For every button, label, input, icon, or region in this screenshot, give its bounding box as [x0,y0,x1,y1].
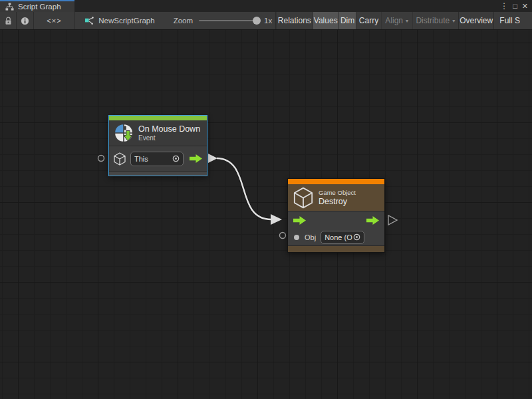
zoom-slider[interactable] [199,17,260,25]
lock-button[interactable] [0,12,16,29]
toggle-values[interactable]: Values [313,12,338,29]
script-graph-window: Script Graph ⋮ □ ✕ [0,0,532,399]
node-accent-bar [109,116,207,120]
object-picker-icon[interactable] [172,155,180,162]
wire-end-arrowhead [271,214,282,225]
value-port-dot[interactable] [293,234,300,241]
node-destroy[interactable]: Game Object Destroy [287,178,385,253]
toggle-carry[interactable]: Carry [356,12,381,29]
window-controls: ⋮ □ ✕ [500,0,532,12]
maximize-icon[interactable]: □ [513,3,517,10]
node-header[interactable]: On Mouse Down Event [109,120,207,146]
zoom-control: Zoom 1x [174,12,276,29]
button-fullscreen[interactable]: Full S [494,12,532,29]
connections-overlay [0,30,532,399]
lock-icon [5,17,12,25]
wire-start-arrowhead [208,154,217,163]
node-accent-bar [288,179,384,184]
chevron-down-icon: ▾ [406,18,408,24]
node-title: Destroy [319,197,356,207]
connection-wire[interactable] [208,154,282,225]
game-object-cube-icon [114,152,126,166]
toggle-relations-label: Relations [278,16,311,25]
graph-name: NewScriptGraph [98,17,154,25]
tab-bar: Script Graph ⋮ □ ✕ [0,0,532,12]
code-icon: <×> [47,17,61,25]
chevron-down-icon: ▾ [452,18,455,24]
node-on-mouse-down[interactable]: On Mouse Down Event This [108,115,207,176]
info-button[interactable] [17,12,33,29]
script-graph-tab-icon [5,3,14,11]
trigger-output-port[interactable] [366,216,379,225]
game-object-cube-icon [293,187,313,209]
button-fullscreen-label: Full S [499,16,520,25]
object-picker-icon[interactable] [353,233,360,241]
dropdown-align[interactable]: Align ▾ [381,12,412,29]
info-icon [21,17,29,25]
button-overview-label: Overview [460,16,493,25]
node-subtitle: Event [138,134,200,142]
zoom-slider-knob[interactable] [253,17,261,25]
trigger-output-port[interactable] [190,154,202,163]
window-menu-icon[interactable]: ⋮ [500,2,508,10]
target-input-field[interactable]: This [130,152,184,166]
node-header-text: Game Object Destroy [319,189,356,207]
zoom-label: Zoom [174,17,193,25]
node-category: Game Object [319,189,356,197]
close-icon[interactable]: ✕ [522,3,528,10]
toggle-carry-label: Carry [359,16,378,25]
zoom-slider-track[interactable] [199,20,260,21]
node-body: This [109,146,207,171]
tab-title: Script Graph [18,3,61,11]
graph-asset-icon [84,16,94,26]
obj-input-label: Obj [305,233,316,241]
node-header-text: On Mouse Down Event [138,124,200,142]
node-footer [288,245,384,252]
node-body: Obj None (O [288,211,384,245]
omd-target-input-port[interactable] [98,156,104,162]
node-footer [109,171,207,176]
toggle-relations[interactable]: Relations [276,12,312,29]
graph-toolbar: <×> NewScriptGraph Zoom 1x [0,12,532,30]
mouse-down-event-icon [114,124,133,142]
obj-input-row: Obj None (O [288,229,384,245]
trigger-port-row [288,211,384,229]
destroy-trigger-output-port[interactable] [388,215,397,225]
target-input-value: This [134,155,148,163]
obj-input-field[interactable]: None (O [321,231,364,244]
toggle-dim[interactable]: Dim [338,12,356,29]
button-overview[interactable]: Overview [459,12,493,29]
node-header[interactable]: Game Object Destroy [288,184,384,211]
zoom-value: 1x [264,17,272,25]
trigger-input-port[interactable] [293,216,306,225]
tab-script-graph[interactable]: Script Graph [0,0,74,12]
graph-canvas[interactable]: On Mouse Down Event This [0,30,532,399]
dropdown-distribute-label: Distribute [416,16,450,25]
toggle-dim-label: Dim [340,16,354,25]
dropdown-align-label: Align [385,16,403,25]
edit-source-button[interactable]: <×> [34,12,75,29]
destroy-obj-input-port[interactable] [280,233,286,239]
graph-reference[interactable]: NewScriptGraph [75,12,154,29]
obj-input-value: None (O [325,233,352,241]
node-title: On Mouse Down [138,124,200,134]
toggle-values-label: Values [314,16,338,25]
dropdown-distribute[interactable]: Distribute ▾ [412,12,458,29]
